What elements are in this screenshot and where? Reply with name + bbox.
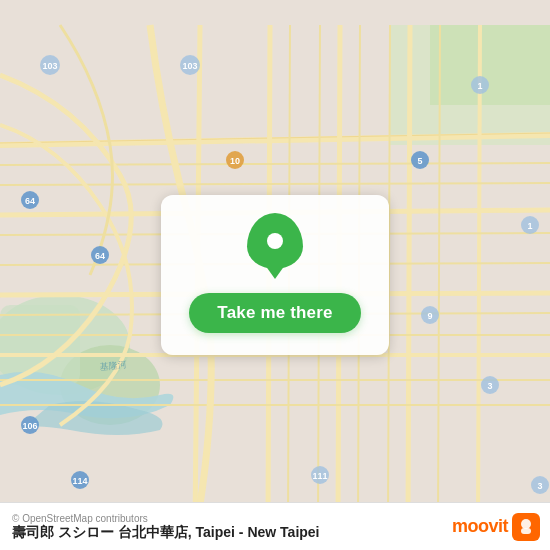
svg-rect-61 xyxy=(521,528,531,534)
map-container: 103 103 64 64 10 104 5 1 1 9 3 106 114 1… xyxy=(0,0,550,550)
take-me-there-button[interactable]: Take me there xyxy=(189,293,360,333)
svg-point-60 xyxy=(521,519,531,529)
moovit-logo: moovit xyxy=(452,513,540,541)
moovit-brand-text: moovit xyxy=(452,516,508,537)
bottom-bar: © OpenStreetMap contributors 壽司郎 スシロー 台北… xyxy=(0,502,550,550)
location-pin-icon xyxy=(247,213,303,269)
place-name: 壽司郎 スシロー 台北中華店, Taipei - New Taipei xyxy=(12,524,320,542)
moovit-icon xyxy=(512,513,540,541)
pin-dot-icon xyxy=(267,233,283,249)
bottom-info: © OpenStreetMap contributors 壽司郎 スシロー 台北… xyxy=(12,512,320,542)
take-me-there-card: Take me there xyxy=(161,195,388,355)
take-me-there-overlay: Take me there xyxy=(0,0,550,550)
osm-attribution: © OpenStreetMap contributors xyxy=(12,513,320,524)
